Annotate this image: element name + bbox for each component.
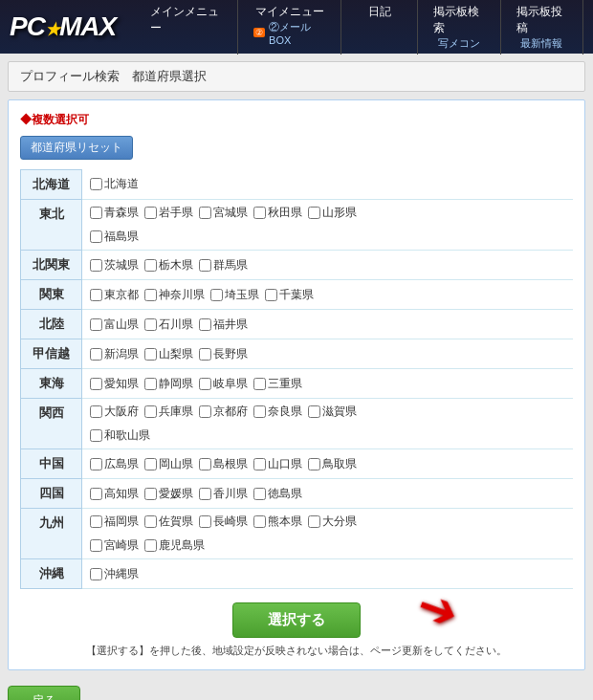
checkbox-koshinetsu-1[interactable] [144, 348, 157, 361]
checkbox-chugoku-4[interactable] [308, 458, 320, 470]
checkbox-kanto-3[interactable] [265, 289, 277, 301]
checkbox-label-kyushu-0[interactable]: 福岡県 [90, 514, 139, 530]
checkbox-label-kyushu-5[interactable]: 宮崎県 [90, 537, 139, 554]
checkbox-kyushu-5[interactable] [90, 539, 102, 552]
checkbox-tokai-3[interactable] [253, 378, 266, 390]
checkbox-shikoku-0[interactable] [90, 488, 102, 500]
checkbox-label-koshinetsu-2[interactable]: 長野県 [199, 346, 248, 362]
checkbox-okinawa-0[interactable] [90, 568, 102, 580]
nav-my-menu[interactable]: マイメニュー ② ②メールBOX [238, 0, 342, 55]
checkbox-tohoku-2[interactable] [199, 207, 211, 219]
checkbox-label-kyushu-6[interactable]: 鹿児島県 [144, 537, 205, 554]
checkbox-label-kita-kanto-1[interactable]: 栃木県 [144, 257, 193, 273]
checkbox-tohoku-1[interactable] [144, 207, 157, 219]
reset-button[interactable]: 都道府県リセット [20, 136, 133, 160]
checkbox-tohoku-0[interactable] [90, 207, 102, 219]
checkbox-tohoku-3[interactable] [253, 207, 266, 219]
checkbox-label-koshinetsu-0[interactable]: 新潟県 [90, 346, 139, 362]
checkbox-label-hokuriku-1[interactable]: 石川県 [144, 317, 193, 333]
checkbox-chugoku-2[interactable] [199, 458, 211, 470]
checkbox-label-okinawa-0[interactable]: 沖縄県 [90, 566, 139, 582]
checkbox-label-hokkaido-0[interactable]: 北海道 [90, 176, 139, 192]
checkbox-kinki-3[interactable] [253, 405, 266, 418]
checkbox-label-kita-kanto-0[interactable]: 茨城県 [90, 257, 139, 273]
checkbox-label-chugoku-3[interactable]: 山口県 [253, 456, 302, 472]
checkbox-shikoku-1[interactable] [144, 488, 157, 500]
checkbox-hokuriku-0[interactable] [90, 318, 102, 331]
checkbox-label-shikoku-3[interactable]: 徳島県 [253, 486, 302, 502]
checkbox-label-kinki-0[interactable]: 大阪府 [90, 404, 139, 420]
checkbox-label-koshinetsu-1[interactable]: 山梨県 [144, 346, 193, 362]
checkbox-kanto-0[interactable] [90, 289, 102, 301]
checkbox-label-tohoku-0[interactable]: 青森県 [90, 205, 139, 221]
checkbox-shikoku-3[interactable] [253, 488, 266, 500]
checkbox-label-kinki-4[interactable]: 滋賀県 [308, 404, 357, 420]
nav-main-menu[interactable]: メインメニュー [135, 0, 238, 55]
checkbox-label-kyushu-4[interactable]: 大分県 [308, 514, 357, 530]
checkbox-kyushu-6[interactable] [144, 539, 157, 552]
checkbox-kita-kanto-1[interactable] [144, 259, 157, 272]
checkbox-kyushu-0[interactable] [90, 515, 102, 528]
nav-board-search[interactable]: 掲示板検索 写メコン [418, 0, 500, 55]
nav-diary[interactable]: 日記 [341, 0, 418, 55]
checkbox-label-hokuriku-0[interactable]: 富山県 [90, 317, 139, 333]
checkbox-shikoku-2[interactable] [199, 488, 211, 500]
checkbox-label-kyushu-2[interactable]: 長崎県 [199, 514, 248, 530]
checkbox-label-tohoku-1[interactable]: 岩手県 [144, 205, 193, 221]
checkbox-label-kanto-0[interactable]: 東京都 [90, 287, 139, 303]
checkbox-label-tokai-2[interactable]: 岐阜県 [199, 376, 248, 392]
checkbox-kinki-5[interactable] [90, 429, 102, 442]
checkbox-label-tokai-1[interactable]: 静岡県 [144, 376, 193, 392]
checkbox-kyushu-2[interactable] [199, 515, 211, 528]
checkbox-hokkaido-0[interactable] [90, 178, 102, 190]
checkbox-label-tokai-0[interactable]: 愛知県 [90, 376, 139, 392]
checkbox-label-kyushu-3[interactable]: 熊本県 [253, 514, 302, 530]
checkbox-koshinetsu-0[interactable] [90, 348, 102, 361]
checkbox-label-tohoku-2[interactable]: 宮城県 [199, 205, 248, 221]
checkbox-label-shikoku-0[interactable]: 高知県 [90, 486, 139, 502]
checkbox-label-kinki-3[interactable]: 奈良県 [253, 404, 302, 420]
checkbox-chugoku-3[interactable] [253, 458, 266, 470]
checkbox-hokuriku-2[interactable] [199, 318, 211, 331]
checkbox-kinki-4[interactable] [308, 405, 320, 418]
checkbox-kanto-1[interactable] [144, 289, 157, 301]
checkbox-tokai-1[interactable] [144, 378, 157, 390]
checkbox-label-kinki-1[interactable]: 兵庫県 [144, 404, 193, 420]
checkbox-kyushu-1[interactable] [144, 515, 157, 528]
checkbox-kinki-2[interactable] [199, 405, 211, 418]
checkbox-kita-kanto-2[interactable] [199, 259, 211, 272]
checkbox-kita-kanto-0[interactable] [90, 259, 102, 272]
back-button[interactable]: 戻る [8, 686, 80, 700]
checkbox-label-kinki-5[interactable]: 和歌山県 [90, 427, 150, 444]
checkbox-label-shikoku-2[interactable]: 香川県 [199, 486, 248, 502]
checkbox-kinki-0[interactable] [90, 405, 102, 418]
checkbox-label-kita-kanto-2[interactable]: 群馬県 [199, 257, 248, 273]
checkbox-tohoku-4[interactable] [308, 207, 320, 219]
checkbox-label-tohoku-5[interactable]: 福島県 [90, 229, 139, 245]
select-button[interactable]: 選択する [232, 602, 361, 638]
checkbox-label-kinki-2[interactable]: 京都府 [199, 404, 248, 420]
checkbox-label-hokuriku-2[interactable]: 福井県 [199, 317, 248, 333]
checkbox-chugoku-1[interactable] [144, 458, 157, 470]
checkbox-label-kanto-3[interactable]: 千葉県 [265, 287, 314, 303]
nav-latest[interactable]: 掲示板投稿 最新情報 [501, 0, 583, 55]
checkbox-label-tokai-3[interactable]: 三重県 [253, 376, 302, 392]
checkbox-kinki-1[interactable] [144, 405, 157, 418]
checkbox-label-chugoku-2[interactable]: 島根県 [199, 456, 248, 472]
checkbox-label-shikoku-1[interactable]: 愛媛県 [144, 486, 193, 502]
checkbox-label-kyushu-1[interactable]: 佐賀県 [144, 514, 193, 530]
checkbox-kanto-2[interactable] [210, 289, 223, 301]
checkbox-kyushu-4[interactable] [308, 515, 320, 528]
checkbox-label-kanto-1[interactable]: 神奈川県 [144, 287, 205, 303]
checkbox-label-chugoku-4[interactable]: 鳥取県 [308, 456, 357, 472]
checkbox-label-chugoku-1[interactable]: 岡山県 [144, 456, 193, 472]
checkbox-kyushu-3[interactable] [253, 515, 266, 528]
checkbox-label-kanto-2[interactable]: 埼玉県 [210, 287, 259, 303]
checkbox-koshinetsu-2[interactable] [199, 348, 211, 361]
checkbox-tokai-0[interactable] [90, 378, 102, 390]
checkbox-chugoku-0[interactable] [90, 458, 102, 470]
checkbox-hokuriku-1[interactable] [144, 318, 157, 331]
checkbox-label-tohoku-4[interactable]: 山形県 [308, 205, 357, 221]
checkbox-label-chugoku-0[interactable]: 広島県 [90, 456, 139, 472]
checkbox-tokai-2[interactable] [199, 378, 211, 390]
